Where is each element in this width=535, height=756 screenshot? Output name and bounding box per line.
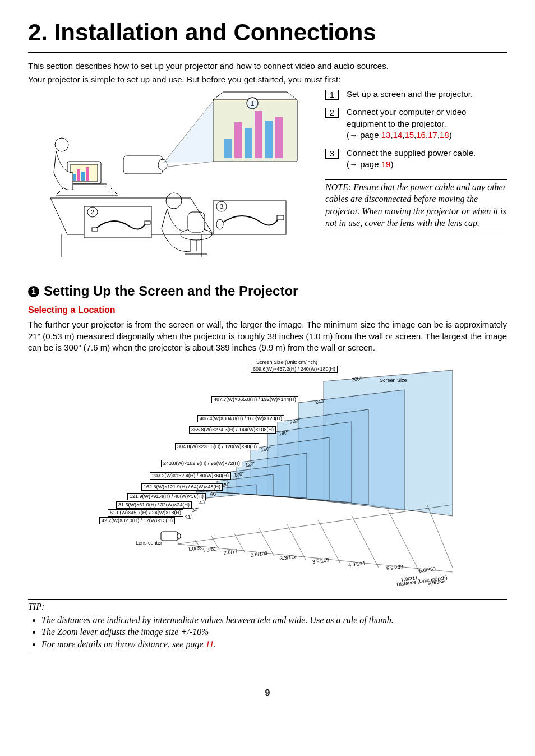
svg-rect-34 (145, 221, 150, 224)
ref-prefix: (→ page (347, 130, 381, 140)
svg-line-1 (213, 92, 223, 100)
svg-rect-25 (188, 212, 205, 232)
page-link[interactable]: 11 (206, 639, 214, 649)
step-text: Connect your computer or video equipment… (347, 107, 507, 141)
note-block: NOTE: Ensure that the power cable and an… (325, 179, 507, 231)
svg-point-62 (177, 533, 181, 539)
ref-suffix: ) (449, 130, 452, 140)
subheading: Selecting a Location (28, 304, 507, 316)
step-text: Set up a screen and the projector. (347, 89, 507, 100)
size-label: 609.6(W)×457.2(H) / 240(W)×180(H) (251, 366, 338, 373)
svg-text:3: 3 (220, 203, 223, 210)
size-label: 365.8(W)×274.3(H) / 144(W)×108(H) (189, 426, 276, 434)
svg-line-59 (388, 510, 419, 571)
title-rule (28, 52, 507, 53)
tip-item: For more details on throw distance, see … (41, 638, 507, 651)
throw-distance-diagram: Screen Size (Unit: cm/inch) Screen Size … (82, 359, 453, 594)
svg-point-23 (166, 193, 182, 209)
svg-line-2 (287, 92, 297, 100)
intro-line-2: Your projector is simple to set up and u… (28, 74, 507, 85)
svg-rect-33 (92, 228, 98, 231)
body-paragraph: The further your projector is from the s… (28, 319, 507, 353)
ref-suffix: ) (390, 159, 393, 169)
step-number: 1 (325, 90, 339, 100)
size-label: 304.8(W)×228.6(H) / 120(W)×90(H) (175, 443, 259, 450)
diagonal-label: 40" (199, 499, 207, 506)
svg-text:2: 2 (91, 209, 94, 215)
step-number: 2 (325, 108, 339, 118)
size-label: 121.9(W)×91.4(H) / 48(W)×36(H) (127, 493, 206, 500)
diagonal-label: 21" (185, 513, 193, 521)
screen-size-label: Screen Size (380, 377, 407, 384)
lens-center-label: Lens center (136, 540, 162, 546)
page-number: 9 (28, 687, 507, 699)
section-number-icon: 1 (28, 286, 39, 297)
diagram-title: Screen Size (Unit: cm/inch) (256, 359, 317, 366)
diagonal-label: 30" (191, 506, 200, 514)
section-heading: 1 Setting Up the Screen and the Projecto… (28, 282, 507, 300)
page-link[interactable]: 19 (381, 159, 391, 169)
svg-rect-20 (81, 172, 85, 181)
tip-item: The Zoom lever adjusts the image size +/… (41, 626, 507, 638)
tip-label: TIP: (28, 602, 44, 611)
svg-rect-12 (123, 156, 163, 174)
svg-rect-21 (86, 167, 89, 181)
size-label: 162.6(W)×121.9(H) / 64(W)×48(H) (141, 483, 223, 491)
svg-rect-61 (161, 532, 178, 541)
step-body: Connect the supplied power cable. (347, 148, 476, 158)
page-link[interactable]: 16 (416, 130, 426, 140)
page-link[interactable]: 14 (393, 130, 403, 140)
svg-line-58 (352, 515, 379, 568)
diagonal-label: 60" (210, 490, 218, 498)
size-label: 42.7(W)×32.0(H) / 17(W)×13(H) (99, 517, 175, 524)
diagonal-label: 80" (222, 481, 230, 488)
page-link[interactable]: 17 (428, 130, 437, 140)
svg-point-38 (216, 219, 223, 229)
size-label: 406.4(W)×304.8(H) / 160(W)×120(H) (197, 415, 284, 422)
setup-illustration: 1 (45, 89, 303, 257)
svg-rect-19 (77, 169, 80, 181)
tip-item: The distances are indicated by intermedi… (41, 614, 507, 626)
size-label: 203.2(W)×152.4(H) / 80(W)×60(H) (150, 472, 231, 480)
step-text: Connect the supplied power cable. (→ pag… (347, 147, 507, 170)
ref-prefix: (→ page (347, 159, 381, 169)
step-body: Connect your computer or video equipment… (347, 107, 466, 128)
chapter-title: 2. Installation and Connections (28, 17, 507, 49)
size-label: 243.8(W)×182.9(H) / 96(W)×72(H) (161, 460, 242, 467)
size-label: 487.7(W)×365.8(H) / 192(W)×144(H) (211, 396, 298, 403)
page-link[interactable]: 18 (440, 130, 449, 140)
page-link[interactable]: 15 (404, 130, 414, 140)
page-link[interactable]: 13 (381, 130, 391, 140)
svg-line-50 (178, 505, 453, 544)
intro-line-1: This section describes how to set up you… (28, 61, 507, 72)
setup-steps: 1 Set up a screen and the projector. 2 C… (325, 89, 507, 170)
svg-point-22 (55, 138, 68, 151)
step-number: 3 (325, 149, 339, 159)
tip-block: TIP: The distances are indicated by inte… (28, 599, 507, 653)
svg-rect-39 (277, 215, 284, 220)
section-title: Setting Up the Screen and the Projector (44, 282, 298, 300)
size-label: 81.3(W)×61.0(H) / 32(W)×24(H) (116, 501, 192, 509)
size-label: 61.0(W)×45.7(H) / 24(W)×18(H) (108, 509, 183, 517)
